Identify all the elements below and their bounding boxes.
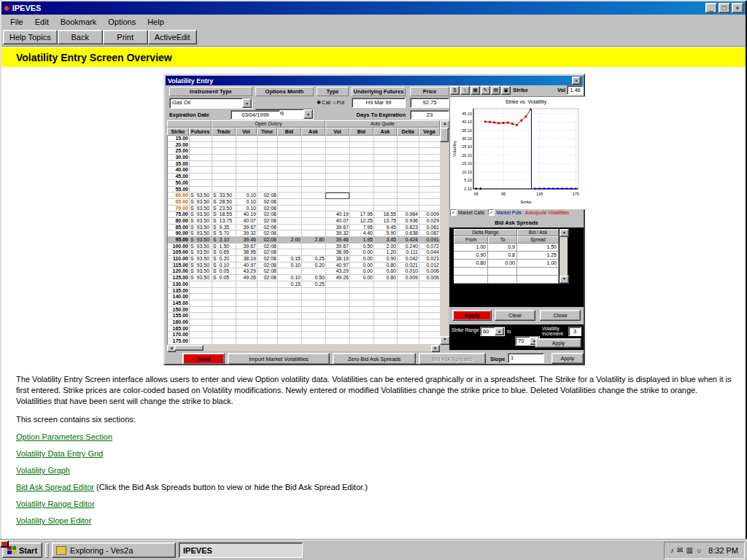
grid-row[interactable]: 15.00: [168, 136, 441, 142]
spread-row[interactable]: [454, 268, 559, 276]
price-icon[interactable]: $: [450, 86, 460, 95]
help-link[interactable]: Bid Ask Spread Editor: [16, 483, 94, 491]
spread-row[interactable]: 0.90 0.8 1.25: [454, 252, 559, 260]
grid-column-header[interactable]: Trade: [212, 128, 236, 136]
market-puts-checkbox[interactable]: ✓ Market Puts: [488, 209, 522, 216]
call-radio[interactable]: ◉ Call: [317, 99, 330, 105]
spread-cell[interactable]: 1.25: [517, 252, 559, 260]
dialog-titlebar[interactable]: Volatility Entry ×: [166, 76, 583, 85]
grid-row[interactable]: 90.00 S 93.50 S 5.70 39.32 02:08 39.32 4…: [168, 230, 441, 237]
slope-apply-button[interactable]: Apply: [551, 353, 584, 364]
grid-row[interactable]: 75.00 S 93.50 S 18.55 40.19 02:08 40.19 …: [168, 211, 441, 218]
grid-row[interactable]: 155.00: [168, 313, 441, 319]
grid-column-header[interactable]: Delta: [397, 128, 419, 136]
grid-column-header[interactable]: Time: [257, 128, 277, 136]
spreads-apply-button[interactable]: Apply: [452, 310, 492, 321]
chart-icon[interactable]: ▤: [491, 86, 500, 95]
grid-row[interactable]: 65.00 S 93.50 S 28.50 0.10 02:08: [168, 199, 441, 206]
grid-row[interactable]: 140.00: [168, 294, 441, 300]
grid-column-header[interactable]: Ask: [374, 128, 397, 136]
dialog-close-button[interactable]: ×: [572, 77, 581, 85]
edit-icon[interactable]: ✎: [481, 86, 490, 95]
close-button[interactable]: ×: [732, 3, 743, 13]
dropdown-arrow-icon[interactable]: ▼: [495, 327, 504, 335]
grid-column-header[interactable]: Vol: [236, 128, 257, 136]
scroll-right-icon[interactable]: ►: [431, 345, 440, 352]
grid-row[interactable]: 135.00: [168, 288, 441, 295]
grid-column-header[interactable]: Strike: [167, 128, 189, 136]
spread-row[interactable]: [454, 276, 559, 284]
spreads-scrollbar[interactable]: ▲ ▼: [560, 229, 568, 284]
task-button[interactable]: IPEVES: [179, 542, 303, 558]
spread-cell[interactable]: [517, 268, 559, 276]
grid-icon[interactable]: ▦: [471, 86, 480, 95]
spread-cell[interactable]: [454, 276, 488, 284]
spread-cell[interactable]: [454, 268, 488, 276]
toolbar-button[interactable]: Back: [58, 30, 103, 44]
grid-column-header[interactable]: Bid: [349, 128, 374, 136]
spread-cell[interactable]: 0.9: [488, 244, 517, 252]
grid-row[interactable]: 105.00 S 93.50 S 0.65 38.95 02:08 38.95 …: [168, 249, 441, 256]
grid-column-header[interactable]: Ask: [301, 128, 325, 136]
strike-volatility-chart[interactable]: Strike vs. Volatility45.1040.1035.1030.1…: [450, 97, 583, 207]
dropdown-arrow-icon[interactable]: ▼: [303, 109, 313, 119]
spread-row[interactable]: 1.00 0.9 1.50: [454, 244, 559, 252]
toolbar-button[interactable]: Help Topics: [3, 30, 58, 44]
grid-column-header[interactable]: Vega: [419, 128, 440, 136]
grid-row[interactable]: 40.00: [168, 167, 441, 174]
grid-row[interactable]: 175.00: [168, 338, 441, 345]
grid-row[interactable]: 25.00: [168, 148, 441, 155]
titlebar[interactable]: ◆ IPEVES _ □ ×: [1, 1, 746, 15]
grid-row[interactable]: 165.00: [168, 326, 441, 332]
grid-row[interactable]: 120.00 S 93.50 S 0.05 43.29 02:08 43.29 …: [168, 268, 441, 275]
menu-item[interactable]: Help: [142, 16, 170, 28]
range-from-select[interactable]: 60 ▼: [480, 327, 505, 336]
help-link[interactable]: Volatility Data Entry Grid: [16, 449, 103, 458]
menu-item[interactable]: Options: [102, 16, 142, 28]
settings-icon[interactable]: ▣: [501, 86, 511, 95]
grid-row[interactable]: 150.00: [168, 307, 441, 314]
spread-cell[interactable]: 0.90: [454, 252, 488, 260]
grid-column-header[interactable]: Bid: [277, 128, 301, 136]
toolbar-button[interactable]: Print: [103, 30, 148, 44]
scroll-down-icon[interactable]: ▼: [560, 276, 569, 284]
volatility-graph[interactable]: Strike vs. Volatility45.1040.1035.1030.1…: [449, 96, 585, 209]
display-icon[interactable]: ▥: [686, 547, 692, 554]
grid-column-header[interactable]: Futures: [189, 128, 212, 136]
menu-item[interactable]: Edit: [29, 16, 55, 28]
spread-cell[interactable]: 0.80: [454, 260, 488, 268]
toolbar-button[interactable]: ActiveEdit: [148, 30, 197, 44]
grid-column-header[interactable]: Vol: [325, 128, 349, 136]
spread-cell[interactable]: 1.50: [517, 244, 559, 252]
grid-horizontal-scrollbar[interactable]: ◄ ►: [167, 345, 440, 351]
spread-cell[interactable]: [488, 276, 517, 284]
sort-icon[interactable]: ↕: [460, 86, 470, 95]
grid-row[interactable]: 110.00 S 93.50 S 0.20 38.19 02:08 0.15 0…: [168, 256, 441, 262]
spread-row[interactable]: 0.80 0.00 1.00: [454, 260, 559, 268]
volatility-increment-input[interactable]: 3: [568, 327, 581, 336]
menu-item[interactable]: File: [4, 16, 29, 28]
market-calls-checkbox[interactable]: ✓ Market Calls: [450, 209, 484, 216]
grid-row[interactable]: 95.00 S 93.50 S 3.10 39.46 02:08 2.00 2.…: [168, 237, 441, 244]
spreads-close-button[interactable]: Close: [540, 310, 581, 321]
active-cell[interactable]: [325, 192, 349, 199]
menu-item[interactable]: Bookmark: [55, 16, 103, 28]
grid-row[interactable]: 85.00 S 93.50 S 9.35 39.67 02:08 39.67 7…: [168, 225, 441, 231]
grid-row[interactable]: 100.00 S 93.50 S 1.50 39.67 02:08 39.67 …: [168, 244, 441, 250]
spread-cell[interactable]: 1.00: [454, 244, 488, 252]
grid-row[interactable]: 35.00: [168, 161, 441, 168]
grid-row[interactable]: 130.00 0.15 0.25: [168, 281, 441, 288]
scroll-up-icon[interactable]: ▲: [560, 229, 569, 237]
grid-row[interactable]: 20.00: [168, 142, 441, 149]
grid-row[interactable]: 45.00: [168, 174, 441, 180]
grid-row[interactable]: 55.00: [168, 187, 441, 193]
spread-cell[interactable]: [517, 276, 559, 284]
autoquote-volatilities-label[interactable]: Autoquote Volatilities: [525, 209, 569, 216]
grid-row[interactable]: 125.00 S 93.50 S 0.05 49.26 02:08 0.10 0…: [168, 275, 441, 281]
help-link[interactable]: Volatility Graph: [16, 466, 70, 475]
grid-row[interactable]: 30.00: [168, 155, 441, 161]
scroll-down-icon[interactable]: ▼: [440, 336, 450, 345]
slope-input[interactable]: 1: [508, 353, 544, 363]
volume-icon[interactable]: ♪: [670, 547, 674, 554]
dropdown-arrow-icon[interactable]: ▼: [242, 98, 252, 108]
